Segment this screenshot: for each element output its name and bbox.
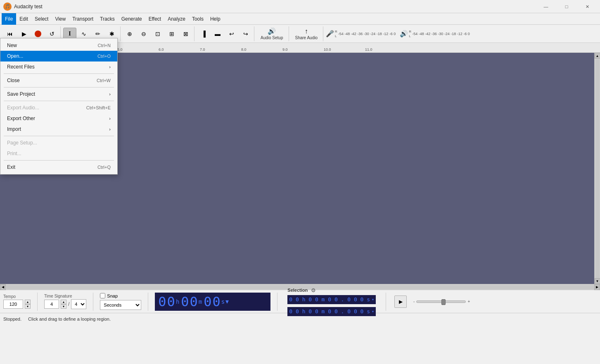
vu-meter-rl: R L <box>335 30 337 38</box>
time-sig-num-down[interactable]: ▼ <box>61 304 66 309</box>
vol-plus-icon: + <box>467 299 470 304</box>
menu-import[interactable]: Import › <box>0 124 117 135</box>
silence-button[interactable]: ▬ <box>211 28 224 40</box>
menu-item-help[interactable]: Help <box>207 13 224 25</box>
trim-button[interactable]: ▐ <box>197 28 210 40</box>
menu-open[interactable]: Open... Ctrl+O <box>0 51 117 61</box>
fit-project-button[interactable]: ⊞ <box>165 28 178 40</box>
time-sig-divider: / <box>68 301 69 307</box>
time-sig-numerator[interactable] <box>44 300 59 309</box>
time-display: 00 h 00 m 00 s ▾ <box>155 293 270 311</box>
status-right: Click and drag to define a looping regio… <box>28 317 111 321</box>
playback-play-button[interactable]: ▶ <box>394 295 407 308</box>
bottom-controls: Tempo ▲ ▼ Time Signature ▲ ▼ / 4 8 2 <box>0 290 600 313</box>
separator-2 <box>4 87 114 87</box>
scroll-track <box>595 59 600 278</box>
redo-button[interactable]: ↪ <box>239 28 252 40</box>
speaker-icon: 🔊 <box>400 30 408 38</box>
volume-thumb[interactable] <box>441 299 446 305</box>
time-sig-group: Time Signature ▲ ▼ / 4 8 2 <box>44 294 86 309</box>
time-sig-num-spinners: ▲ ▼ <box>61 300 66 309</box>
scroll-down-button[interactable]: ▼ <box>595 278 600 284</box>
maximize-button[interactable]: □ <box>557 0 576 13</box>
sel-end-dropdown[interactable]: ▾ <box>372 309 374 314</box>
time-sig-label: Time Signature <box>44 294 86 298</box>
vertical-scrollbar[interactable]: ▲ ▼ <box>594 53 600 284</box>
ruler-mark: 5.0 <box>117 47 159 52</box>
menu-print: Print... <box>0 148 117 159</box>
ruler-mark: 11.0 <box>365 47 406 52</box>
ctrl-separator-5 <box>386 293 386 311</box>
seconds-select[interactable]: Seconds Samples hh:mm:ss Beats Measures <box>100 300 141 310</box>
scroll-left-button[interactable]: ◀ <box>0 284 6 290</box>
share-audio-button[interactable]: ↑ Share Audio <box>292 26 322 42</box>
status-left: Stopped. <box>3 317 21 321</box>
time-hours: 00 <box>158 294 176 310</box>
volume-slider-area: - + <box>413 299 470 304</box>
tempo-down-button[interactable]: ▼ <box>25 304 31 309</box>
view-group: ⊕ ⊖ ⊡ ⊞ ⊠ <box>121 26 194 41</box>
time-seconds: 00 <box>204 294 221 310</box>
menu-item-effect[interactable]: Effect <box>145 13 164 25</box>
audio-setup-button[interactable]: 🔊 Audio Setup <box>257 26 287 42</box>
vu-meter-in: 🎤 R L -54 -48 -42 -36 -30 -24 -18 -12 -6… <box>326 30 396 38</box>
tempo-input[interactable] <box>3 300 23 309</box>
menu-save-project[interactable]: Save Project › <box>0 89 117 99</box>
tempo-group: Tempo ▲ ▼ <box>3 294 31 309</box>
ruler-mark: 9.0 <box>282 47 324 52</box>
ruler-mark: 6.0 <box>159 47 200 52</box>
menu-item-tools[interactable]: Tools <box>189 13 207 25</box>
time-dropdown-icon[interactable]: ▾ <box>225 298 229 305</box>
vol-minus-icon: - <box>413 299 415 304</box>
time-sig-num-up[interactable]: ▲ <box>61 300 66 304</box>
snap-group: Snap Seconds Samples hh:mm:ss Beats Meas… <box>100 293 141 310</box>
menu-item-analyze[interactable]: Analyze <box>164 13 189 25</box>
share-audio-group: ↑ Share Audio <box>290 26 324 41</box>
scroll-right-button[interactable]: ▶ <box>594 284 600 290</box>
snap-checkbox[interactable] <box>100 293 105 298</box>
ruler-mark: 10.0 <box>324 47 365 52</box>
menu-page-setup: Page Setup... <box>0 137 117 148</box>
minimize-button[interactable]: — <box>536 0 555 13</box>
zoom-toggle-button[interactable]: ⊠ <box>179 28 192 40</box>
menu-item-transport[interactable]: Transport <box>69 13 97 25</box>
menu-item-edit[interactable]: Edit <box>16 13 31 25</box>
tempo-row: ▲ ▼ <box>3 300 31 309</box>
audio-setup-group: 🔊 Audio Setup <box>255 26 289 41</box>
scroll-up-button[interactable]: ▲ <box>595 53 600 59</box>
close-button[interactable]: ✕ <box>578 0 597 13</box>
title-bar: 🎵 Audacity test — □ ✕ <box>0 0 600 13</box>
menu-item-view[interactable]: View <box>52 13 69 25</box>
menu-item-generate[interactable]: Generate <box>118 13 145 25</box>
menu-close[interactable]: Close Ctrl+W <box>0 75 117 86</box>
menu-item-select[interactable]: Select <box>31 13 52 25</box>
tempo-up-button[interactable]: ▲ <box>25 300 31 304</box>
menu-bar: File Edit Select View Transport Tracks G… <box>0 13 600 25</box>
menu-exit[interactable]: Exit Ctrl+Q <box>0 162 117 173</box>
menu-export-other[interactable]: Export Other › <box>0 113 117 124</box>
file-dropdown: New Ctrl+N Open... Ctrl+O Recent Files ›… <box>0 38 118 175</box>
snap-label[interactable]: Snap <box>107 293 118 298</box>
window-title: Audacity test <box>14 4 43 9</box>
zoom-out-button[interactable]: ⊖ <box>137 28 150 40</box>
ctrl-separator <box>37 293 38 311</box>
selection-header: Selection ⚙ <box>287 287 376 293</box>
selection-end: 0 0 h 0 0 m 0 0 . 0 0 0 s ▾ <box>287 307 376 316</box>
time-minutes: 00 <box>181 294 199 310</box>
menu-recent-files[interactable]: Recent Files › <box>0 61 117 72</box>
selection-settings-icon[interactable]: ⚙ <box>311 287 316 293</box>
selection-label: Selection <box>287 288 308 293</box>
undo-button[interactable]: ↩ <box>225 28 238 40</box>
sel-start-dropdown[interactable]: ▾ <box>372 297 374 302</box>
zoom-in-button[interactable]: ⊕ <box>123 28 136 40</box>
time-sig-denominator[interactable]: 4 8 2 <box>71 299 86 309</box>
selection-start: 0 0 h 0 0 m 0 0 . 0 0 0 s ▾ <box>287 295 376 304</box>
record-dot <box>35 31 41 37</box>
fit-selection-button[interactable]: ⊡ <box>151 28 164 40</box>
playback-controls: ▶ <box>393 295 408 308</box>
menu-item-file[interactable]: File <box>2 13 16 25</box>
menu-item-tracks[interactable]: Tracks <box>97 13 118 25</box>
vu-meter-group: 🎤 R L -54 -48 -42 -36 -30 -24 -18 -12 -6… <box>324 26 598 41</box>
menu-new[interactable]: New Ctrl+N <box>0 40 117 51</box>
volume-slider[interactable] <box>416 300 466 303</box>
